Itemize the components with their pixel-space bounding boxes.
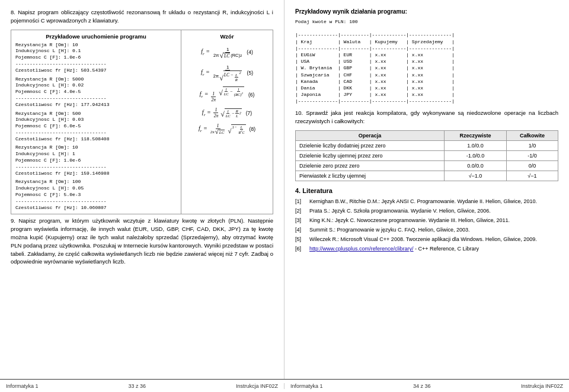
footer-left-doc: Instrukcja INF02Z xyxy=(236,383,278,389)
formula6-tag: (6) xyxy=(248,92,254,98)
check-text: 10. Sprawdź jaka jest reakcja kompilator… xyxy=(295,109,558,126)
right-title: Przykładowy wynik działania programu: xyxy=(295,8,558,15)
formula4-den: 2π √LC (RC)2 xyxy=(212,53,243,59)
formula5-den: 2π √ LC − L R 2 xyxy=(212,70,244,82)
formula5-label: fr = xyxy=(201,69,210,77)
op1-calkowite: 1/0 xyxy=(506,140,558,150)
formula7-tag: (7) xyxy=(246,110,252,116)
lit-item-4: [4] Summit S.: Programowanie w języku C.… xyxy=(295,226,558,234)
op2-rzeczywiste: -1.0/0.0 xyxy=(445,150,507,160)
lit-text-4: Summit S.: Programowanie w języku C. FAQ… xyxy=(309,226,558,234)
formula8-label: fr = xyxy=(199,125,207,133)
footer-right-subject: Informatyka 1 xyxy=(290,383,323,389)
lit-item-6: [6] http://www.cplusplus.com/reference/c… xyxy=(295,245,558,253)
op4-name: Pierwiastek z liczby ujemnej xyxy=(296,171,445,181)
op3-rzeczywiste: 0.0/0.0 xyxy=(445,160,507,171)
right-page: Przykładowy wynik działania programu: Po… xyxy=(284,0,569,379)
footer: Informatyka 1 33 z 36 Instrukcja INF02Z … xyxy=(0,379,569,392)
col-calkowite: Całkowite xyxy=(506,130,558,140)
op4-rzeczywiste: √−1.0 xyxy=(445,171,507,181)
run2-code: Rezystancja R [Om]: 5000 Indukcyjnosc L … xyxy=(15,76,177,108)
footer-left-subject: Informatyka 1 xyxy=(6,383,39,389)
formula4-tag: (4) xyxy=(247,49,252,55)
lit-text-3: King K.N.: Język C. Nowoczesne programow… xyxy=(309,217,558,224)
operations-table: Operacja Rzeczywiste Całkowite Dzielenie… xyxy=(295,130,558,181)
problem8-header: 8. Napisz program obliczający częstotliw… xyxy=(11,8,273,25)
op1-rzeczywiste: 1.0/0.0 xyxy=(445,140,507,150)
lit-ref-3: [3] xyxy=(295,217,307,224)
formula4-label: fr = xyxy=(201,48,210,56)
lit-text-5: Wileczek R.: Microsoft Visual C++ 2008. … xyxy=(309,236,558,243)
table-row: Dzielenie liczby dodatniej przez zero 1.… xyxy=(296,140,558,150)
lit-item-3: [3] King K.N.: Język C. Nowoczesne progr… xyxy=(295,217,558,224)
program-section-title: Przykładowe uruchomienie programu xyxy=(15,33,177,40)
lit-ref-4: [4] xyxy=(295,226,307,234)
cmd-output: Podaj kwote w PLN: 100 |--------------|-… xyxy=(295,18,558,104)
lit-ref-5: [5] xyxy=(295,236,307,243)
formula5-num: 1 xyxy=(225,65,230,70)
formula4-num: 1 xyxy=(225,47,230,53)
lit-text-2: Prata S.: Język C. Szkoła programowania.… xyxy=(309,207,558,215)
formula7-content: 1 LC − R L 2 xyxy=(225,108,242,118)
run1-code: Rezystancja R [Om]: 10 Indukcyjnosc L [H… xyxy=(15,42,177,74)
literatura-list: [1] Kernighan B.W., Ritchie D.M.: Język … xyxy=(295,198,558,253)
footer-right-page: 34 z 36 xyxy=(413,383,431,389)
run5-code: Rezystancja R [Om]: 100 Indukcyjnosc L [… xyxy=(15,179,177,211)
col-rzeczywiste: Rzeczywiste xyxy=(445,130,507,140)
lit-ref-1: [1] xyxy=(295,198,307,205)
wzor-section-title: Wzór xyxy=(220,33,234,40)
problem9-text: 9. Napisz program, w którym użytkownik w… xyxy=(11,217,273,266)
footer-right-doc: Instrukcja INF02Z xyxy=(521,383,563,389)
footer-right: Informatyka 1 34 z 36 Instrukcja INF02Z xyxy=(284,383,569,389)
formula8-tag: (8) xyxy=(250,126,255,132)
op2-name: Dzielenie liczby ujemnej przez zero xyxy=(296,150,445,160)
lit-ref-6: [6] xyxy=(295,245,307,253)
lit-ref-2: [2] xyxy=(295,207,307,215)
lit-text-1: Kernighan B.W., Ritchie D.M.: Język ANSI… xyxy=(309,198,558,205)
run3-code: Rezystancja R [Om]: 500 Indukcyjnosc L [… xyxy=(15,111,177,143)
lit-item-2: [2] Prata S.: Język C. Szkoła programowa… xyxy=(295,207,558,215)
footer-left: Informatyka 1 33 z 36 Instrukcja INF02Z xyxy=(0,383,284,389)
op2-calkowite: -1/0 xyxy=(506,150,558,160)
formula5-tag: (5) xyxy=(247,70,253,76)
col-operacja: Operacja xyxy=(296,130,445,140)
run4-code: Rezystancja R [Om]: 10 Indukcyjnosc L [H… xyxy=(15,144,177,176)
lit-link-6[interactable]: http://www.cplusplus.com/reference/clibr… xyxy=(309,246,414,252)
lit-item-1: [1] Kernighan B.W., Ritchie D.M.: Język … xyxy=(295,198,558,205)
literatura-section-title: 4. Literatura xyxy=(295,187,558,194)
table-row: Dzielenie zero przez zero 0.0/0.0 0/0 xyxy=(296,160,558,171)
formula7-label: fr = xyxy=(202,109,211,117)
formula6-content: 1 LC − 1 (RC)2 xyxy=(223,86,244,97)
table-row: Pierwiastek z liczby ujemnej √−1.0 √−1 xyxy=(296,171,558,181)
left-page: 8. Napisz program obliczający częstotliw… xyxy=(0,0,284,379)
lit-text-6: http://www.cplusplus.com/reference/clibr… xyxy=(309,245,558,253)
table-row: Dzielenie liczby ujemnej przez zero -1.0… xyxy=(296,150,558,160)
op3-name: Dzielenie zero przez zero xyxy=(296,160,445,171)
op4-calkowite: √−1 xyxy=(506,171,558,181)
op1-name: Dzielenie liczby dodatniej przez zero xyxy=(296,140,445,150)
formula6-label: fr = xyxy=(200,91,209,99)
op3-calkowite: 0/0 xyxy=(506,160,558,171)
footer-left-page: 33 z 36 xyxy=(128,383,146,389)
lit-item-5: [5] Wileczek R.: Microsoft Visual C++ 20… xyxy=(295,236,558,243)
